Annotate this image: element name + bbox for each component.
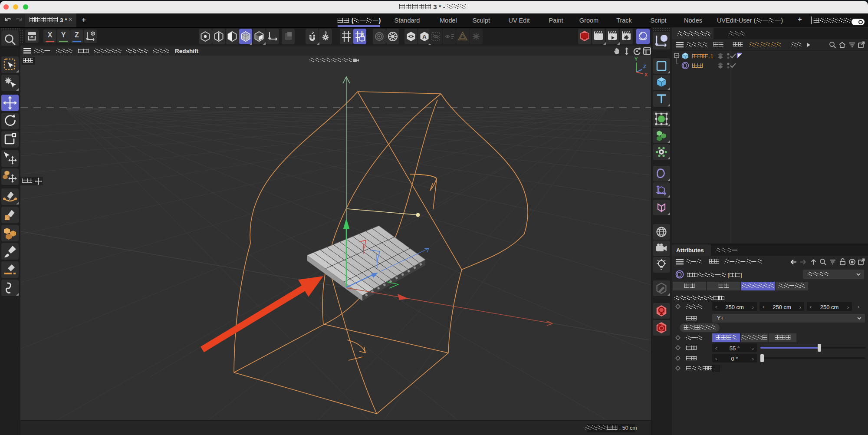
svg-text:Z: Z	[643, 64, 646, 69]
svg-text:A: A	[422, 33, 427, 40]
svg-text:X: X	[644, 72, 648, 76]
svg-text:Y: Y	[635, 56, 638, 62]
